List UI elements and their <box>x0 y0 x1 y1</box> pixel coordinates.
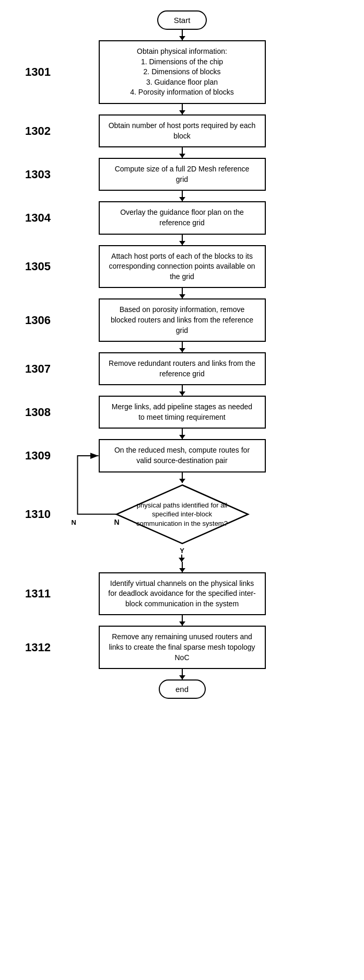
label-1304: 1304 <box>25 211 51 225</box>
label-1308: 1308 <box>25 406 51 419</box>
process-1307: Remove redundant routers and links from … <box>99 352 266 385</box>
loop-section: 1309 On the reduced mesh, compute routes… <box>0 439 364 561</box>
arrow-6 <box>182 288 183 298</box>
arrow-3 <box>182 147 183 158</box>
decision-1310: physical paths identified for all specif… <box>114 483 250 546</box>
label-1302: 1302 <box>25 124 51 138</box>
process-1311: Identify virtual channels on the physica… <box>99 572 266 616</box>
step-1308-row: 1308 Merge links, add pipeline stages as… <box>0 396 364 429</box>
arrow-4 <box>182 191 183 201</box>
label-1311: 1311 <box>25 587 51 601</box>
label-1305: 1305 <box>25 260 51 273</box>
label-1310: 1310 <box>25 508 51 521</box>
label-1303: 1303 <box>25 168 51 181</box>
step-1304-row: 1304 Overlay the guidance floor plan on … <box>0 201 364 234</box>
arrow-11 <box>181 555 182 562</box>
label-1301: 1301 <box>25 65 51 79</box>
arrow-12 <box>182 562 183 572</box>
end-node: end <box>0 679 364 699</box>
step-1312-row: 1312 Remove any remaining unused routers… <box>0 626 364 669</box>
step-1310-row: 1310 physical paths identified for all s… <box>0 483 364 546</box>
y-label: Y <box>180 547 184 555</box>
label-1309: 1309 <box>25 449 51 463</box>
arrow-9 <box>182 429 183 439</box>
process-1308: Merge links, add pipeline stages as need… <box>99 396 266 429</box>
arrow-5 <box>182 235 183 245</box>
arrow-2 <box>182 104 183 114</box>
flowchart: Start 1301 Obtain physical information: … <box>0 0 364 709</box>
step-1310-section: N 1310 physical paths identified for all… <box>0 483 364 562</box>
process-1306: Based on porosity information, remove bl… <box>99 298 266 342</box>
label-1306: 1306 <box>25 314 51 327</box>
arrow-14 <box>182 669 183 679</box>
process-1301: Obtain physical information: 1. Dimensio… <box>99 40 266 104</box>
start-node: Start <box>0 10 364 30</box>
step-1306-row: 1306 Based on porosity information, remo… <box>0 298 364 342</box>
step-1309-row: 1309 On the reduced mesh, compute routes… <box>0 439 364 472</box>
process-1305: Attach host ports of each of the blocks … <box>99 245 266 289</box>
end-terminal: end <box>159 679 206 699</box>
process-1309: On the reduced mesh, compute routes for … <box>99 439 266 472</box>
arrow-13 <box>182 615 183 626</box>
step-1305-row: 1305 Attach host ports of each of the bl… <box>0 245 364 289</box>
arrow-10 <box>182 472 183 483</box>
step-1311-row: 1311 Identify virtual channels on the ph… <box>0 572 364 616</box>
process-1304: Overlay the guidance floor plan on the r… <box>99 201 266 234</box>
start-terminal: Start <box>157 10 207 30</box>
step-1307-row: 1307 Remove redundant routers and links … <box>0 352 364 385</box>
label-1307: 1307 <box>25 362 51 376</box>
step-1301-row: 1301 Obtain physical information: 1. Dim… <box>0 40 364 104</box>
step-1303-row: 1303 Compute size of a full 2D Mesh refe… <box>0 158 364 191</box>
label-1312: 1312 <box>25 641 51 654</box>
arrow-7 <box>182 342 183 352</box>
step-1302-row: 1302 Obtain number of host ports require… <box>0 114 364 147</box>
decision-1310-text: physical paths identified for all specif… <box>130 500 234 528</box>
process-1302: Obtain number of host ports required by … <box>99 114 266 147</box>
process-1312: Remove any remaining unused routers and … <box>99 626 266 669</box>
n-label: N <box>114 518 120 526</box>
y-arrow-section: Y <box>180 547 184 562</box>
arrow-8 <box>182 385 183 396</box>
process-1303: Compute size of a full 2D Mesh reference… <box>99 158 266 191</box>
arrow-1 <box>182 30 183 40</box>
